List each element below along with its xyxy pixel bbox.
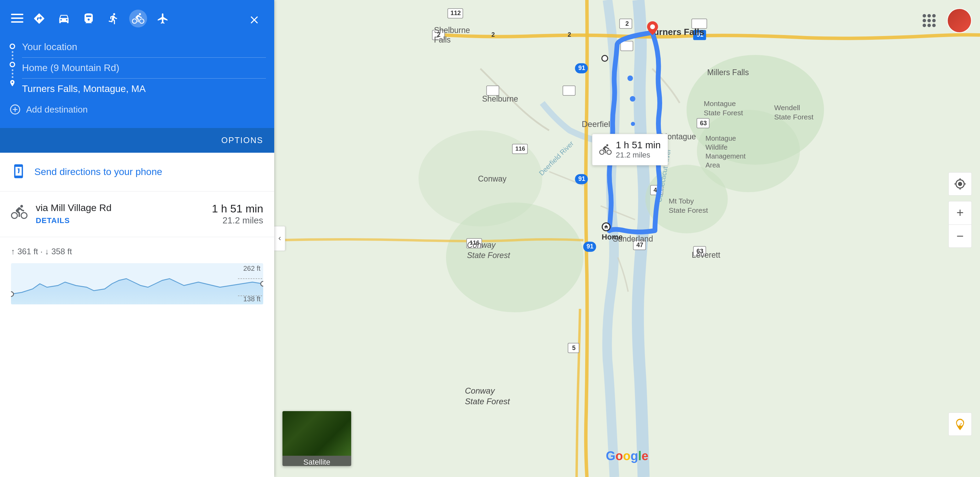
waypoint-marker-4	[631, 122, 635, 126]
apps-grid-icon	[923, 14, 935, 27]
svg-point-29	[650, 24, 655, 29]
map-background: 112 2 2 2 2 2A 91 91 91 91 63 63 47 47 1…	[274, 0, 980, 477]
destination-input-row	[22, 79, 266, 99]
tooltip-content: 1 h 51 min 21.2 miles	[616, 139, 661, 160]
transport-bike-button[interactable]	[129, 10, 147, 27]
road-label-91-b: 91	[576, 65, 588, 72]
home-marker: Home	[602, 222, 623, 242]
menu-button[interactable]	[11, 11, 23, 25]
options-button[interactable]: OPTIONS	[221, 136, 263, 145]
conway-state-forest-bottom: ConwayState Forest	[465, 385, 510, 407]
road-label-112: 112	[448, 10, 463, 17]
waypoint-marker-2	[627, 76, 633, 81]
destination-marker	[647, 21, 658, 36]
satellite-thumb-image	[282, 411, 351, 456]
tooltip-distance: 21.2 miles	[616, 151, 661, 160]
content-area: Send directions to your phone via Mill V…	[0, 153, 274, 477]
route-tooltip: 1 h 51 min 21.2 miles	[592, 134, 668, 165]
zoom-out-icon: −	[956, 230, 964, 242]
avatar-image	[948, 9, 971, 32]
user-avatar[interactable]	[947, 8, 972, 33]
transport-flight-button[interactable]	[154, 10, 172, 27]
label-wendell: WendellState Forest	[774, 103, 813, 122]
route-time: 1 h 51 min	[212, 203, 263, 215]
waypoint-input[interactable]	[22, 62, 266, 73]
svg-point-1	[11, 292, 13, 296]
route-info: via Mill Village Rd DETAILS	[36, 203, 204, 225]
waypoint-marker-1	[601, 55, 608, 62]
road-label-2-d: 2	[621, 20, 633, 27]
zoom-in-button[interactable]: +	[948, 201, 972, 224]
label-montague-state-forest: MontagueState Forest	[704, 99, 743, 118]
label-leverett: Leverett	[692, 250, 720, 260]
road-label-91-c: 91	[576, 175, 588, 182]
transport-walk-button[interactable]	[105, 10, 123, 27]
top-bar	[0, 0, 274, 37]
road-label-63-a: 63	[697, 120, 710, 127]
route-time-distance: 1 h 51 min 21.2 miles	[212, 203, 263, 226]
road-label-91-d: 91	[584, 243, 596, 250]
transport-drive-button[interactable]	[55, 10, 73, 27]
home-label: Home	[602, 233, 623, 242]
zoom-out-button[interactable]: −	[948, 224, 972, 248]
route-details-button[interactable]: DETAILS	[36, 216, 70, 225]
elevation-chart: 262 ft 138 ft	[11, 263, 263, 304]
route-distance: 21.2 miles	[212, 215, 263, 226]
route-bike-icon	[11, 204, 27, 222]
road-label-5: 5	[568, 344, 579, 352]
collapse-panel-button[interactable]	[274, 226, 285, 251]
transport-transit-button[interactable]	[80, 10, 98, 27]
satellite-label: Satellite	[282, 456, 351, 466]
label-conway-state-forest: ConwayState Forest	[467, 240, 510, 261]
road-label-116-b: 116	[513, 146, 528, 152]
send-directions-row[interactable]: Send directions to your phone	[0, 153, 274, 192]
send-directions-icon	[11, 164, 26, 180]
elevation-section: ↑ 361 ft · ↓ 358 ft	[0, 237, 274, 314]
add-destination-label: Add destination	[26, 104, 88, 115]
zoom-in-icon: +	[956, 207, 964, 219]
label-millers-falls: Millers Falls	[707, 68, 749, 77]
svg-point-2	[261, 281, 263, 286]
waypoint-marker-3	[630, 96, 635, 101]
send-directions-text: Send directions to your phone	[34, 166, 162, 177]
tooltip-time: 1 h 51 min	[616, 139, 661, 151]
svg-point-10	[446, 203, 584, 312]
road-label-2a-main: 2A	[692, 20, 708, 27]
options-bar: OPTIONS	[0, 128, 274, 153]
google-logo: Google	[606, 449, 648, 463]
satellite-thumbnail[interactable]: Satellite	[282, 411, 351, 466]
left-panel: Add destination OPTIONS Send directions …	[0, 0, 274, 477]
map-area[interactable]: 112 2 2 2 2 2A 91 91 91 91 63 63 47 47 1…	[274, 0, 980, 477]
locate-button[interactable]	[948, 172, 972, 196]
route-card: via Mill Village Rd DETAILS 1 h 51 min 2…	[0, 192, 274, 237]
add-destination-button[interactable]: Add destination	[8, 99, 266, 120]
svg-rect-14	[563, 86, 575, 95]
road-label-2-c: 2	[563, 31, 576, 38]
svg-rect-13	[487, 86, 499, 95]
street-view-button[interactable]	[948, 412, 972, 436]
map-controls: + −	[948, 172, 972, 248]
route-inputs-container: Add destination	[0, 37, 274, 128]
waypoint-input-row	[22, 58, 266, 79]
label-conway: Conway	[478, 174, 506, 184]
road-label-2-b: 2	[487, 31, 499, 38]
waypoints-connector	[8, 37, 16, 99]
close-button[interactable]	[245, 11, 263, 30]
label-shelburne-falls: ShelburneFalls	[434, 26, 470, 44]
apps-button[interactable]	[917, 8, 942, 33]
route-header: via Mill Village Rd DETAILS 1 h 51 min 2…	[11, 203, 263, 226]
route-name: via Mill Village Rd	[36, 203, 204, 214]
label-montague-wildlife: MontagueWildlifeManagementArea	[705, 134, 746, 170]
label-mt-toby: Mt TobyState Forest	[669, 196, 708, 215]
destination-input[interactable]	[22, 83, 266, 94]
svg-rect-15	[620, 41, 633, 51]
origin-input-row	[22, 37, 266, 58]
label-shelburne: Shelburne	[482, 94, 518, 104]
elevation-stats: ↑ 361 ft · ↓ 358 ft	[11, 247, 263, 256]
label-deerfield: Deerfield	[582, 119, 615, 129]
transport-directions-button[interactable]	[30, 10, 48, 27]
transport-mode-selector	[30, 10, 239, 27]
origin-input[interactable]	[22, 41, 266, 52]
